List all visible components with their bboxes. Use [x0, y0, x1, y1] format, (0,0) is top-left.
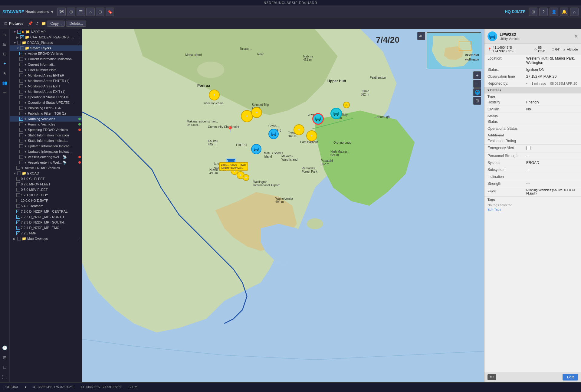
layers-panel-icon[interactable]: ⊡ — [2, 20, 9, 27]
checkbox-eroad-folder[interactable] — [17, 172, 21, 175]
sidebar-person-icon[interactable]: 👥 — [1, 79, 8, 87]
checkbox-updated-info2[interactable] — [19, 150, 23, 153]
copy-button[interactable]: Copy... — [47, 21, 65, 27]
list-toolbar-icon[interactable]: ☰ — [77, 8, 85, 16]
checkbox-pub-tg6[interactable] — [19, 106, 23, 110]
sidebar-clock-icon[interactable]: 🕐 — [1, 344, 8, 351]
sidebar-box-icon[interactable]: □ — [1, 364, 8, 371]
checkbox-running-v[interactable] — [19, 122, 23, 126]
refresh-icon[interactable]: ↺ — [34, 20, 40, 27]
marker-yellow-1[interactable]: ✦ — [209, 90, 220, 100]
folder-add-icon[interactable]: 📁 — [40, 20, 47, 27]
marker-yellow-4[interactable]: ✦ — [294, 124, 304, 135]
checkbox-d-south[interactable] — [16, 220, 20, 224]
layer-item-nzdf-mp[interactable]: ▼ ▶ 📁 NZDF MP ⋮ — [10, 29, 82, 34]
layer-item-static-info[interactable]: ▼ Static Information Indication — [10, 132, 82, 138]
layer-item-d-south[interactable]: 7.2.3 D_NZDF_MP - SOUTH... — [10, 220, 82, 225]
checkbox-monitored-enter2[interactable] — [19, 79, 23, 83]
layer-item-vessels2[interactable]: ▼ Vessels entering Wel... 📡 — [10, 160, 82, 165]
map-ctrl-extra-1[interactable]: AC — [417, 32, 425, 40]
checkbox-d-north[interactable] — [16, 215, 20, 219]
layer-item-current-info2[interactable]: ▼ Current Informati... — [10, 62, 82, 67]
layer-item-updated-info2[interactable]: ▼ Updated Information Indicat... — [10, 149, 82, 154]
sidebar-home-icon[interactable]: ⌂ — [1, 31, 8, 38]
checkbox-nzdf-mp[interactable] — [17, 30, 21, 34]
sidebar-grid-icon[interactable]: ⊞ — [1, 354, 8, 361]
marker-yellow-5[interactable]: ✦ — [306, 130, 317, 141]
checkbox-op-status[interactable] — [19, 95, 23, 99]
checkbox-d-central[interactable] — [16, 210, 20, 213]
checkbox-current-info2[interactable] — [19, 63, 23, 66]
layer-item-cl-fleet[interactable]: 0.1.0 CL FLEET — [10, 176, 82, 181]
checkbox-op-status2[interactable] — [19, 101, 23, 104]
layer-item-running-v[interactable]: ▼ Running Vechicles — [10, 122, 82, 127]
checkbox-10tpt[interactable] — [16, 193, 20, 197]
checkbox-trentham[interactable] — [16, 204, 20, 208]
layer-item-eroad-pic[interactable]: ▼ 📁 EROAD_Pictures ⋮ — [10, 40, 82, 45]
checkbox-eroad-pic[interactable] — [17, 41, 21, 44]
layer-item-current-info[interactable]: ▼ Current Information Indication — [10, 56, 82, 62]
help-icon[interactable]: ? — [539, 8, 548, 16]
layer-item-op-status[interactable]: ▼ Operational Status UPDATE — [10, 94, 82, 100]
checkbox-vessels1[interactable] — [19, 155, 23, 159]
checkbox-running-v-sel[interactable] — [19, 117, 23, 121]
detail-close-button[interactable]: ✕ — [574, 34, 578, 39]
layer-more-caa[interactable]: ⋮ — [77, 35, 81, 39]
checkbox-monitored-enter[interactable] — [19, 74, 23, 77]
user-icon[interactable]: 👤 — [550, 8, 558, 16]
layer-more-nzdf[interactable]: ⋮ — [77, 30, 81, 34]
grid-right-icon[interactable]: ⊞ — [529, 8, 537, 16]
search-toolbar-icon[interactable]: ⌕ — [86, 8, 95, 16]
checkbox-static-info[interactable] — [19, 133, 23, 137]
checkbox-static-info2[interactable] — [19, 139, 23, 142]
sidebar-apps-icon[interactable]: ⋮⋮ — [1, 373, 8, 381]
checkbox-active-eroad2[interactable] — [16, 166, 20, 170]
layer-item-monitored-exit2[interactable]: ▼ Monitored Areas EXIT (1) — [10, 89, 82, 94]
pin-icon[interactable]: 📌 — [27, 20, 34, 27]
checkbox-current-info[interactable] — [19, 57, 23, 61]
detail-more-button[interactable]: ••• — [487, 374, 496, 380]
marker-teal-2[interactable] — [330, 108, 342, 119]
layer-item-fmp[interactable]: 7.2.5 FMP — [10, 230, 82, 236]
zoom-in-button[interactable]: + — [473, 71, 481, 79]
dropdown-arrow-icon[interactable]: ▼ — [50, 9, 54, 14]
layer-item-static-info2[interactable]: ▼ Static Information Indicati... — [10, 138, 82, 143]
layer-item-mhov[interactable]: 0.2.0 MHOV FLEET — [10, 181, 82, 187]
layer-item-monitored-enter[interactable]: ▼ Monitored Areas ENTER — [10, 73, 82, 78]
layer-item-running-v-selected[interactable]: ▼ Running Vechicles — [10, 116, 82, 122]
checkbox-cl-fleet[interactable] — [16, 177, 20, 181]
layer-item-vessels1[interactable]: ▼ Vessels entering Wel... 📡 — [10, 154, 82, 160]
layer-item-pub-tg6-2[interactable]: ▼ Publishing Filter - TG6 (1) — [10, 111, 82, 116]
layer-item-op-status2[interactable]: ▼ Operational Status UPDATE ... — [10, 100, 82, 105]
checkbox-smart-layers[interactable] — [20, 46, 24, 50]
sidebar-edit-icon[interactable]: ✏ — [1, 89, 8, 96]
layer-item-d-north[interactable]: 7.2.2 D_NZDF_MP - NORTH — [10, 214, 82, 220]
checkbox-updated-info[interactable] — [19, 144, 23, 148]
delete-button[interactable]: Delete... — [66, 21, 86, 27]
layer-item-filter-number[interactable]: ▼ Filter Number Plate — [10, 67, 82, 73]
checkbox-filter-number[interactable] — [19, 68, 23, 72]
layer-item-updated-info[interactable]: ▼ Updated Information Indicat... — [10, 143, 82, 149]
checkbox-monitored-exit[interactable] — [19, 84, 23, 88]
layers-toolbar-icon[interactable]: ⊞ — [67, 8, 75, 16]
checkbox-mhov[interactable] — [16, 182, 20, 186]
sidebar-filter-icon[interactable]: ⊟ — [1, 50, 8, 57]
checkbox-fmp[interactable] — [16, 231, 20, 235]
layer-item-eroad-folder[interactable]: ▼ 📁 EROAD — [10, 171, 82, 176]
map-toolbar-icon[interactable]: 🗺 — [57, 8, 66, 16]
sidebar-layers-icon[interactable]: ⊞ — [1, 41, 8, 48]
marker-blue-1[interactable] — [268, 129, 279, 139]
layer-item-pub-tg6[interactable]: ▼ Publishing Filter - TG6 — [10, 105, 82, 111]
map-ctrl-layers-icon[interactable]: ⊞ — [473, 97, 481, 105]
layer-item-hq-djiatf[interactable]: 10.0.0 HQ DJIATF — [10, 198, 82, 203]
checkbox-map-overlays[interactable] — [17, 237, 21, 240]
checkbox-msv[interactable] — [16, 188, 20, 191]
layer-item-10tpt[interactable]: 1.7.1 10 TPT COY — [10, 192, 82, 198]
map-ctrl-globe-icon[interactable]: 🌐 — [473, 88, 481, 96]
marker-pin[interactable]: 📍 — [226, 126, 234, 133]
marker-yellow-8[interactable]: ✦ — [243, 174, 249, 181]
layer-item-monitored-enter2[interactable]: ▼ Monitored Areas ENTER (1) — [10, 78, 82, 83]
layer-item-monitored-exit[interactable]: ▼ Monitored Areas EXIT — [10, 83, 82, 89]
layer-item-smart-layers[interactable]: ▼ 📁 Smart Layers — [10, 45, 82, 51]
layer-item-msv[interactable]: 0.3.0 MSV FLEET — [10, 187, 82, 192]
